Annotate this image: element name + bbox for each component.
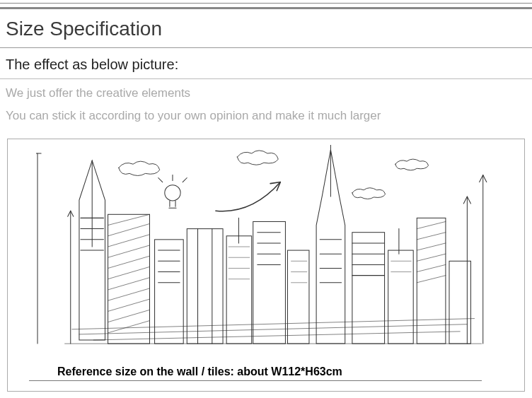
svg-rect-40 [287, 250, 308, 344]
svg-line-55 [417, 243, 446, 250]
note-line-2: You can stick it according to your own o… [0, 103, 532, 123]
svg-line-16 [108, 224, 150, 236]
svg-rect-14 [108, 214, 150, 344]
svg-line-19 [108, 256, 150, 268]
page-title: Size Specification [0, 9, 532, 47]
svg-line-53 [417, 221, 446, 228]
reference-size-label: Reference size on the wall / tiles: abou… [57, 365, 342, 378]
svg-rect-34 [226, 236, 252, 344]
svg-line-68 [72, 319, 475, 329]
svg-line-20 [108, 267, 150, 279]
svg-line-15 [108, 214, 150, 225]
svg-line-7 [183, 178, 187, 182]
svg-line-23 [108, 299, 150, 311]
svg-line-18 [108, 245, 150, 257]
svg-point-2 [165, 185, 180, 201]
svg-rect-35 [253, 221, 286, 344]
svg-line-6 [158, 178, 163, 182]
svg-rect-51 [388, 250, 414, 344]
city-sketch-illustration [36, 145, 496, 349]
svg-line-57 [417, 264, 446, 271]
top-divider-thin [0, 3, 532, 4]
svg-line-17 [108, 235, 150, 247]
reference-underline [29, 380, 482, 381]
svg-line-54 [417, 233, 446, 240]
svg-line-21 [108, 278, 150, 290]
svg-line-24 [108, 310, 150, 322]
svg-line-56 [417, 254, 446, 261]
svg-line-58 [417, 276, 446, 283]
svg-line-67 [93, 332, 460, 340]
svg-line-22 [108, 288, 150, 300]
svg-line-25 [108, 321, 150, 333]
illustration-frame: Reference size on the wall / tiles: abou… [7, 139, 525, 392]
subheading: The effect as below picture: [0, 48, 532, 78]
note-line-1: We just offer the creative elements [0, 79, 532, 103]
svg-rect-26 [155, 240, 184, 344]
svg-rect-31 [187, 229, 223, 344]
